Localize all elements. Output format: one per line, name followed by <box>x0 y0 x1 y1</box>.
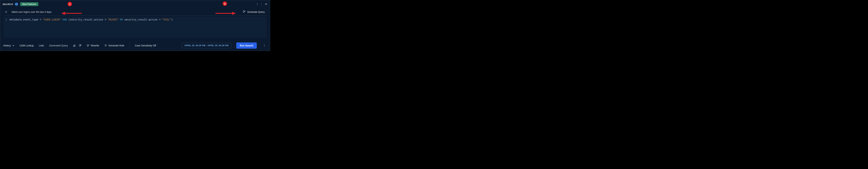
panel-header: SEARCH i New Features <box>0 0 270 8</box>
udm-lookup-button[interactable]: UDM Lookup <box>20 44 34 47</box>
chevron-down-icon <box>12 44 14 47</box>
svg-point-2 <box>257 5 258 5</box>
line-number: 1 <box>4 18 7 21</box>
clear-nl-query-button[interactable] <box>4 9 8 14</box>
editor-gutter: 1 <box>4 18 8 38</box>
generate-query-label: Generate Query <box>247 10 265 13</box>
rewrite-button[interactable]: Rewrite <box>87 44 99 47</box>
search-panel: SEARCH i New Features failed user logins… <box>0 0 270 51</box>
footer-more-menu[interactable] <box>262 43 267 48</box>
generate-rule-label: Generate Rule <box>108 44 124 47</box>
rewrite-label: Rewrite <box>91 44 99 47</box>
svg-marker-7 <box>61 12 65 15</box>
query-editor[interactable]: 1 metadata.event_type = "USER_LOGIN" AND… <box>4 17 267 38</box>
nl-query-input[interactable]: failed user logins over the last 3 days <box>12 10 241 13</box>
history-label: History <box>3 44 11 47</box>
generated-query-label: Generated Query <box>49 44 68 47</box>
generate-rule-button[interactable]: Generate Rule <box>104 44 124 47</box>
svg-point-4 <box>264 45 265 46</box>
info-icon[interactable]: i <box>15 3 18 6</box>
svg-marker-9 <box>232 12 236 15</box>
generate-query-button[interactable]: Generate Query <box>241 9 267 15</box>
new-features-button[interactable]: New Features <box>20 2 38 6</box>
annotation-arrow-1 <box>61 11 82 15</box>
case-sensitivity-toggle[interactable]: Case Sensitivity Off <box>135 44 156 47</box>
panel-title: SEARCH <box>3 3 13 5</box>
date-range-picker[interactable]: APRIL 26, 06:29 PM - APRIL 29, 06:29 PM <box>182 43 231 48</box>
footer-toolbar: History UDM Lookup Lists Generated Query… <box>0 40 270 51</box>
header-more-menu[interactable] <box>254 1 260 7</box>
thumbs-down-button[interactable] <box>79 44 82 47</box>
editor-code[interactable]: metadata.event_type = "USER_LOGIN" AND (… <box>8 18 174 38</box>
annotation-arrow-2 <box>215 11 236 15</box>
svg-point-0 <box>257 3 258 4</box>
magic-wand-icon <box>104 44 107 47</box>
magic-pencil-icon <box>243 10 246 14</box>
svg-point-1 <box>257 4 258 4</box>
svg-point-3 <box>264 44 265 45</box>
thumbs-up-button[interactable] <box>73 44 76 47</box>
run-search-button[interactable]: Run Search <box>236 42 257 49</box>
collapse-panel-button[interactable] <box>261 1 269 7</box>
history-dropdown[interactable]: History <box>3 44 14 47</box>
thumbs-up-icon <box>73 44 76 47</box>
divider <box>129 43 130 48</box>
annotation-badge-2: 2 <box>222 1 227 6</box>
annotation-badge-1: 1 <box>67 2 72 6</box>
svg-point-5 <box>264 46 265 47</box>
thumbs-down-icon <box>79 44 82 47</box>
rewrite-icon <box>87 44 89 47</box>
lists-button[interactable]: Lists <box>39 44 44 47</box>
